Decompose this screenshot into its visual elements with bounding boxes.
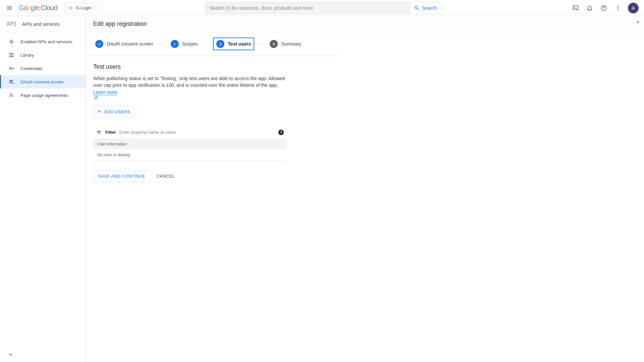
- sidebar-item-oauth-consent[interactable]: OAuth consent screen: [0, 75, 86, 88]
- save-and-continue-button[interactable]: SAVE AND CONTINUE: [93, 170, 151, 182]
- key-icon: [8, 65, 14, 71]
- svg-rect-23: [638, 21, 639, 23]
- sidebar-header: API APIs and services: [0, 16, 86, 32]
- section-description: While publishing status is set to 'Testi…: [93, 75, 286, 100]
- chevron-down-icon: [94, 6, 98, 10]
- api-badge: API: [7, 21, 17, 27]
- agreements-icon: [8, 92, 14, 98]
- sidebar-item-label: Credentials: [20, 66, 43, 71]
- content: Test users While publishing status is se…: [86, 56, 294, 190]
- svg-rect-22: [11, 353, 11, 356]
- step-number: 3: [216, 40, 224, 48]
- svg-point-1: [71, 7, 72, 8]
- step-summary[interactable]: 4 Summary: [268, 39, 303, 49]
- collapse-right-panel-icon[interactable]: [633, 18, 641, 26]
- more-icon[interactable]: [614, 4, 622, 12]
- action-bar: SAVE AND CONTINUE CANCEL: [93, 170, 286, 182]
- sidebar-title: APIs and services: [22, 21, 60, 27]
- main-content: Edit app registration OAuth consent scre…: [86, 16, 644, 362]
- svg-point-3: [71, 8, 72, 9]
- column-header-user-info: User information: [93, 139, 131, 149]
- plus-icon: +: [98, 108, 101, 115]
- project-icon: [68, 5, 73, 11]
- table-header-row: User information: [93, 139, 286, 149]
- step-test-users[interactable]: 3 Test users: [213, 38, 254, 50]
- search-bar: Search: [205, 2, 441, 14]
- consent-icon: [8, 79, 14, 85]
- search-button[interactable]: Search: [410, 2, 441, 14]
- learn-more-link[interactable]: Learn more: [93, 89, 286, 100]
- sidebar-item-label: Enabled APIs and services: [20, 39, 72, 44]
- search-input[interactable]: [205, 2, 410, 14]
- description-text: While publishing status is set to 'Testi…: [93, 76, 285, 88]
- filter-bar: Filter ?: [93, 127, 286, 137]
- filter-input[interactable]: [119, 130, 275, 135]
- sidebar: API APIs and services Enabled APIs and s…: [0, 16, 86, 362]
- step-label: Scopes: [182, 41, 198, 47]
- collapse-sidebar-icon[interactable]: [6, 351, 14, 359]
- step-scopes[interactable]: Scopes: [169, 39, 200, 49]
- step-separator: [159, 44, 165, 44]
- step-label: Summary: [281, 41, 301, 47]
- notifications-icon[interactable]: [586, 4, 594, 12]
- sidebar-item-label: OAuth consent screen: [20, 79, 64, 84]
- step-number: 4: [270, 40, 278, 48]
- svg-rect-21: [9, 96, 12, 97]
- help-icon[interactable]: [600, 4, 608, 12]
- library-icon: [8, 52, 14, 58]
- topbar-right: A: [572, 3, 639, 13]
- svg-rect-16: [9, 80, 13, 81]
- step-label: OAuth consent screen: [107, 41, 153, 47]
- svg-point-6: [617, 5, 618, 6]
- svg-rect-17: [9, 81, 12, 82]
- svg-rect-9: [9, 53, 10, 55]
- svg-rect-11: [12, 53, 13, 55]
- svg-point-7: [617, 7, 618, 8]
- svg-rect-10: [11, 53, 12, 55]
- svg-rect-4: [573, 6, 578, 10]
- users-table: User information No rows to display: [93, 139, 286, 161]
- step-label: Test users: [228, 41, 251, 47]
- sidebar-item-enabled-apis[interactable]: Enabled APIs and services: [0, 35, 86, 48]
- project-picker[interactable]: G-Login: [64, 3, 101, 13]
- svg-rect-14: [12, 56, 13, 57]
- check-icon: [95, 40, 103, 48]
- svg-point-2: [69, 8, 70, 9]
- empty-state: No rows to display: [93, 149, 286, 161]
- search-icon: [414, 5, 420, 11]
- google-cloud-logo[interactable]: GoogleCloud: [19, 4, 57, 12]
- check-icon: [171, 40, 179, 48]
- add-users-label: ADD USERS: [104, 109, 130, 114]
- add-users-button[interactable]: + ADD USERS: [93, 106, 135, 118]
- external-link-icon: [94, 96, 98, 100]
- page-title: Edit app registration: [86, 16, 644, 32]
- section-title: Test users: [93, 63, 286, 70]
- menu-icon[interactable]: [5, 4, 13, 12]
- step-separator: [203, 44, 210, 44]
- step-oauth-consent[interactable]: OAuth consent screen: [93, 39, 155, 49]
- stepper: OAuth consent screen Scopes 3 Test users…: [86, 32, 341, 56]
- sidebar-item-library[interactable]: Library: [0, 48, 86, 62]
- svg-rect-20: [9, 95, 13, 96]
- filter-icon: [96, 129, 102, 135]
- search-button-label: Search: [422, 5, 437, 11]
- top-bar: GoogleCloud G-Login Search A: [0, 0, 644, 16]
- step-separator: [258, 44, 264, 44]
- sidebar-item-label: Page usage agreements: [20, 93, 68, 98]
- avatar[interactable]: A: [628, 3, 639, 13]
- cancel-button[interactable]: CANCEL: [157, 174, 175, 179]
- svg-rect-19: [9, 94, 13, 95]
- svg-rect-13: [11, 56, 12, 57]
- svg-rect-18: [9, 82, 13, 83]
- diamond-icon: [8, 39, 14, 45]
- cloud-shell-icon[interactable]: [572, 4, 580, 12]
- svg-rect-12: [9, 56, 10, 57]
- sidebar-item-credentials[interactable]: Credentials: [0, 62, 86, 75]
- filter-help-icon[interactable]: ?: [278, 130, 284, 135]
- svg-point-8: [617, 9, 618, 10]
- filter-label: Filter: [105, 130, 116, 135]
- sidebar-item-label: Library: [20, 53, 34, 58]
- sidebar-item-page-usage[interactable]: Page usage agreements: [0, 88, 86, 102]
- svg-point-0: [69, 7, 70, 8]
- project-name: G-Login: [76, 5, 91, 10]
